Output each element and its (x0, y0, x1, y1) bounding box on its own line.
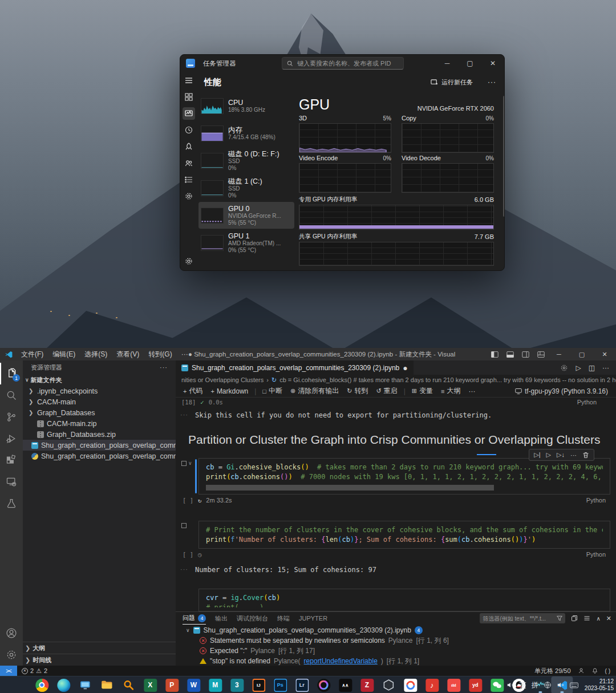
menu-item-E[interactable]: 编辑(E) (48, 348, 80, 360)
explorer-item[interactable]: CACM-main.zip (23, 418, 176, 429)
panel-tab-输出[interactable]: 输出 (215, 612, 228, 625)
output-actions-icon[interactable]: ··· (176, 566, 195, 574)
menu-item-G[interactable]: 转到(G) (144, 348, 176, 360)
tm-sidebar-item-gpu1[interactable]: GPU 1AMD Radeon(TM) ...0% (55 °C) (198, 229, 294, 256)
app-history-icon[interactable] (183, 124, 195, 136)
problems-filter[interactable] (480, 613, 565, 623)
settings-gear-icon[interactable] (0, 644, 23, 666)
taskbar-app-netease-music-icon[interactable]: ♪ (421, 676, 443, 693)
taskbar-app-excel-icon[interactable]: X (139, 676, 161, 693)
code-cell-2[interactable]: # Print the number of clusters in the co… (180, 521, 610, 560)
taskbar-app-start-icon[interactable] (9, 676, 31, 693)
bell-icon[interactable] (591, 667, 598, 674)
taskbar-app-powerpoint-icon[interactable]: P (161, 676, 183, 693)
cell-code-editor[interactable]: cb = Gi.cohesive_blocks() # takes more t… (198, 458, 610, 495)
taskbar-app-rainbow-app-icon[interactable] (399, 676, 421, 693)
cell-more-icon[interactable]: ··· (570, 452, 577, 459)
volume-muted-icon[interactable] (506, 681, 514, 689)
kernel-picker[interactable]: tf-gpu-py39 (Python 3.9.16) (515, 387, 616, 395)
task-manager-titlebar[interactable]: 任务管理器 ─ ▢ ✕ (180, 55, 504, 72)
extensions-icon[interactable] (0, 449, 23, 471)
details-icon[interactable] (183, 173, 195, 186)
task-manager-search[interactable] (282, 57, 404, 70)
run-above-icon[interactable]: ▷| (534, 451, 540, 459)
parentheses-icon[interactable]: ( ) (605, 668, 610, 674)
breadcrumb[interactable]: nities or Overlapping Clusters› ↻ cb = G… (176, 375, 616, 385)
ime-language-pinyin[interactable]: 拼 (532, 680, 538, 690)
code-line[interactable]: print(cb.cohesions()) # 7000 nodes with … (206, 472, 603, 482)
run-debug-icon[interactable] (0, 428, 23, 449)
maximize-icon[interactable]: ▢ (459, 55, 481, 72)
cell-language[interactable]: Python (586, 497, 610, 504)
startup-apps-icon[interactable] (183, 140, 195, 153)
cell-indicator[interactable]: 单元格 29/50 (534, 667, 571, 675)
taskbar-app-photoshop-icon[interactable]: Ps (269, 676, 291, 693)
cell-collapse-controls[interactable]: ∨ (181, 460, 192, 466)
explorer-item[interactable]: ❯.ipynb_checkpoints (23, 386, 176, 396)
tm-sidebar-item-disk0[interactable]: 磁盘 0 (D: E: F:)SSD0% (198, 147, 294, 174)
goto-running-cell-button[interactable]: ↻转到 (344, 386, 371, 396)
interrupt-button[interactable]: □中断 (260, 386, 285, 396)
tm-sidebar-item-gpu0[interactable]: GPU 0NVIDIA GeForce R...5% (55 °C) (198, 202, 294, 229)
close-icon[interactable]: ✕ (481, 55, 504, 72)
close-icon[interactable]: ✕ (593, 348, 616, 360)
customize-layout-icon[interactable] (537, 351, 545, 358)
performance-icon[interactable] (183, 107, 195, 120)
problems-file-row[interactable]: ∨ Shu_graph_creation_polars_overlap_comm… (176, 625, 616, 635)
outline-button[interactable]: ≡大纲 (438, 386, 463, 396)
taskbar-app-hexagon-app-icon[interactable] (378, 676, 399, 693)
close-panel-icon[interactable]: ✕ (606, 615, 611, 622)
menu-item-S[interactable]: 选择(S) (80, 348, 112, 360)
tray-chevron-up-icon[interactable]: ∧ (497, 682, 501, 688)
toggle-panel-icon[interactable] (506, 351, 514, 358)
cell-collapse-controls[interactable] (181, 523, 187, 528)
problems-filter-input[interactable] (483, 615, 554, 622)
restore-icon[interactable]: ▢ (570, 348, 593, 360)
code-line[interactable]: # Print the number of clusters in the co… (206, 525, 603, 535)
problem-row[interactable]: ✕Expected ":"Pylance[行 1, 列 17] (176, 646, 616, 656)
warning-count[interactable]: 2 (44, 667, 47, 674)
explorer-icon[interactable]: 1 (0, 363, 23, 384)
toolbar-more-icon[interactable]: ··· (465, 387, 478, 395)
output-actions-icon[interactable]: ··· (176, 411, 195, 419)
account-icon[interactable] (0, 622, 23, 644)
explorer-more-icon[interactable]: ··· (160, 364, 168, 371)
testing-icon[interactable] (0, 493, 23, 514)
tm-sidebar-item-mem[interactable]: 内存7.4/15.4 GB (48%) (198, 120, 294, 147)
remote-explorer-icon[interactable] (0, 471, 23, 493)
explorer-item[interactable]: Graph_Databases.zip (23, 429, 176, 440)
task-manager-search-input[interactable] (297, 60, 394, 67)
add-code-cell-button[interactable]: +代码 (180, 386, 205, 396)
explorer-root-folder[interactable]: ∨新建文件夹 (23, 374, 176, 386)
services-icon[interactable] (183, 190, 195, 202)
code-line[interactable]: cb = Gi.cohesive_blocks() # takes more t… (206, 463, 603, 472)
task-manager-scrollbar[interactable] (503, 96, 505, 217)
taskbar-app-youdao-icon[interactable]: yd (464, 676, 486, 693)
open-in-editor-icon[interactable] (571, 615, 578, 622)
more-actions-icon[interactable]: ··· (602, 364, 609, 372)
users-icon[interactable] (183, 157, 195, 169)
taskbar-app-edge-icon[interactable] (52, 676, 74, 693)
clock[interactable]: 21:122023-05-15 (585, 678, 614, 692)
minimize-icon[interactable]: ─ (548, 348, 570, 360)
gear-icon[interactable] (560, 364, 568, 372)
panel-tab-终端[interactable]: 终端 (277, 612, 290, 625)
more-options-icon[interactable]: ··· (483, 78, 501, 86)
menu-item-[interactable]: ··· (177, 348, 193, 360)
run-cell-icon[interactable]: ▷ (546, 451, 551, 459)
code-cell-1[interactable]: ▷| ▷ ▷↓ ··· ∨ cb = Gi.cohesive_blocks() … (180, 458, 610, 506)
menu-item-F[interactable]: 文件(F) (17, 348, 48, 360)
minimize-icon[interactable]: ─ (436, 55, 459, 72)
taskbar-app-search-icon[interactable] (117, 676, 139, 693)
run-new-task-button[interactable]: 运行新任务 (426, 76, 477, 89)
globe-icon[interactable] (544, 681, 552, 689)
code-line[interactable]: cvr = ig.Cover(cb) (206, 593, 603, 603)
explorer-item[interactable]: ❯CACM-main (23, 396, 176, 407)
taskbar-app-red-waves-app-icon[interactable]: ılıl (443, 676, 464, 693)
cell-code-editor[interactable]: # Print the number of clusters in the co… (198, 521, 610, 549)
menu-item-V[interactable]: 查看(V) (112, 348, 144, 360)
code-line[interactable]: print(f'Number of clusters: {len(cb)}; S… (206, 535, 603, 545)
problem-row[interactable]: ✕Statements must be separated by newline… (176, 635, 616, 646)
add-markdown-cell-button[interactable]: +Markdown (208, 387, 251, 395)
taskbar-app-folder-icon[interactable] (96, 676, 117, 693)
